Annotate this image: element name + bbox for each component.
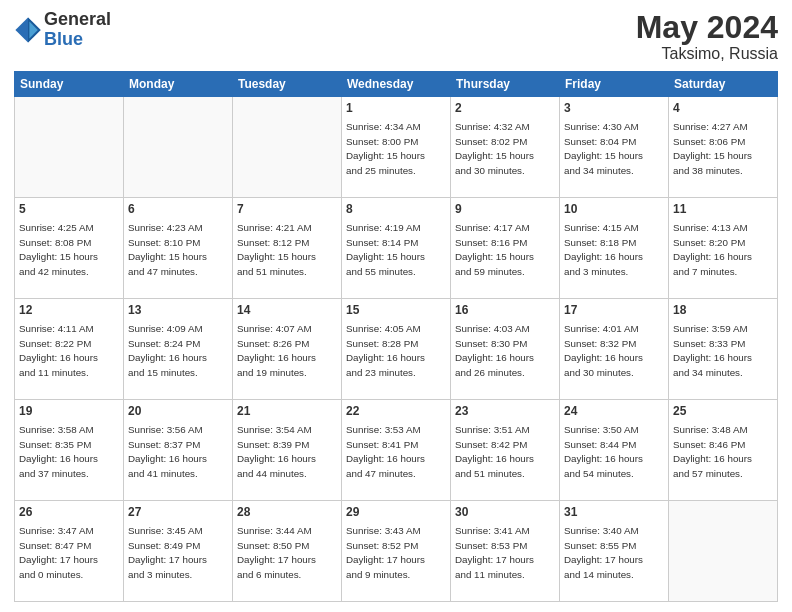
daylight-continuation: and 14 minutes. [564,569,634,580]
col-wednesday: Wednesday [342,72,451,97]
day-number: 30 [455,504,555,521]
calendar-cell: 26Sunrise: 3:47 AMSunset: 8:47 PMDayligh… [15,501,124,602]
sunset-info: Sunset: 8:33 PM [673,338,745,349]
daylight-info: Daylight: 16 hours [564,251,643,262]
sunrise-info: Sunrise: 4:17 AM [455,222,530,233]
sunset-info: Sunset: 8:55 PM [564,540,636,551]
sunrise-info: Sunrise: 4:05 AM [346,323,421,334]
sunset-info: Sunset: 8:16 PM [455,237,527,248]
sunset-info: Sunset: 8:53 PM [455,540,527,551]
daylight-continuation: and 9 minutes. [346,569,410,580]
week-row-4: 19Sunrise: 3:58 AMSunset: 8:35 PMDayligh… [15,400,778,501]
day-number: 15 [346,302,446,319]
page: General Blue May 2024 Taksimo, Russia Su… [0,0,792,612]
daylight-continuation: and 0 minutes. [19,569,83,580]
calendar-table: Sunday Monday Tuesday Wednesday Thursday… [14,71,778,602]
title-month: May 2024 [636,10,778,45]
logo: General Blue [14,10,111,50]
day-number: 6 [128,201,228,218]
daylight-info: Daylight: 16 hours [237,352,316,363]
daylight-continuation: and 34 minutes. [673,367,743,378]
daylight-continuation: and 19 minutes. [237,367,307,378]
calendar-cell: 7Sunrise: 4:21 AMSunset: 8:12 PMDaylight… [233,198,342,299]
daylight-info: Daylight: 15 hours [455,150,534,161]
daylight-continuation: and 30 minutes. [564,367,634,378]
sunset-info: Sunset: 8:46 PM [673,439,745,450]
daylight-continuation: and 59 minutes. [455,266,525,277]
calendar-cell: 14Sunrise: 4:07 AMSunset: 8:26 PMDayligh… [233,299,342,400]
day-number: 1 [346,100,446,117]
daylight-info: Daylight: 16 hours [673,251,752,262]
daylight-continuation: and 6 minutes. [237,569,301,580]
daylight-continuation: and 54 minutes. [564,468,634,479]
sunrise-info: Sunrise: 3:45 AM [128,525,203,536]
sunrise-info: Sunrise: 4:07 AM [237,323,312,334]
sunrise-info: Sunrise: 4:19 AM [346,222,421,233]
sunset-info: Sunset: 8:28 PM [346,338,418,349]
calendar-cell: 3Sunrise: 4:30 AMSunset: 8:04 PMDaylight… [560,97,669,198]
sunset-info: Sunset: 8:41 PM [346,439,418,450]
sunset-info: Sunset: 8:04 PM [564,136,636,147]
day-number: 20 [128,403,228,420]
calendar-cell: 6Sunrise: 4:23 AMSunset: 8:10 PMDaylight… [124,198,233,299]
sunset-info: Sunset: 8:18 PM [564,237,636,248]
sunrise-info: Sunrise: 4:13 AM [673,222,748,233]
sunset-info: Sunset: 8:39 PM [237,439,309,450]
sunrise-info: Sunrise: 3:50 AM [564,424,639,435]
daylight-info: Daylight: 15 hours [128,251,207,262]
calendar-cell: 1Sunrise: 4:34 AMSunset: 8:00 PMDaylight… [342,97,451,198]
sunrise-info: Sunrise: 4:21 AM [237,222,312,233]
daylight-continuation: and 51 minutes. [237,266,307,277]
col-thursday: Thursday [451,72,560,97]
calendar-cell: 22Sunrise: 3:53 AMSunset: 8:41 PMDayligh… [342,400,451,501]
sunrise-info: Sunrise: 3:47 AM [19,525,94,536]
sunrise-info: Sunrise: 3:56 AM [128,424,203,435]
col-tuesday: Tuesday [233,72,342,97]
daylight-continuation: and 11 minutes. [455,569,525,580]
logo-icon [14,16,42,44]
daylight-info: Daylight: 16 hours [673,453,752,464]
daylight-info: Daylight: 17 hours [128,554,207,565]
sunrise-info: Sunrise: 3:51 AM [455,424,530,435]
calendar-cell [669,501,778,602]
daylight-continuation: and 3 minutes. [128,569,192,580]
sunset-info: Sunset: 8:06 PM [673,136,745,147]
daylight-continuation: and 11 minutes. [19,367,89,378]
sunrise-info: Sunrise: 4:11 AM [19,323,94,334]
day-number: 4 [673,100,773,117]
col-saturday: Saturday [669,72,778,97]
sunrise-info: Sunrise: 4:09 AM [128,323,203,334]
daylight-info: Daylight: 15 hours [346,251,425,262]
daylight-info: Daylight: 15 hours [564,150,643,161]
col-friday: Friday [560,72,669,97]
daylight-info: Daylight: 17 hours [19,554,98,565]
calendar-cell: 25Sunrise: 3:48 AMSunset: 8:46 PMDayligh… [669,400,778,501]
calendar-cell: 2Sunrise: 4:32 AMSunset: 8:02 PMDaylight… [451,97,560,198]
day-number: 18 [673,302,773,319]
daylight-info: Daylight: 15 hours [346,150,425,161]
week-row-5: 26Sunrise: 3:47 AMSunset: 8:47 PMDayligh… [15,501,778,602]
calendar-cell: 27Sunrise: 3:45 AMSunset: 8:49 PMDayligh… [124,501,233,602]
day-number: 7 [237,201,337,218]
day-number: 5 [19,201,119,218]
week-row-2: 5Sunrise: 4:25 AMSunset: 8:08 PMDaylight… [15,198,778,299]
day-number: 8 [346,201,446,218]
calendar-cell [233,97,342,198]
sunset-info: Sunset: 8:32 PM [564,338,636,349]
daylight-continuation: and 47 minutes. [346,468,416,479]
daylight-continuation: and 30 minutes. [455,165,525,176]
day-number: 11 [673,201,773,218]
calendar-cell: 31Sunrise: 3:40 AMSunset: 8:55 PMDayligh… [560,501,669,602]
daylight-continuation: and 51 minutes. [455,468,525,479]
day-number: 19 [19,403,119,420]
sunrise-info: Sunrise: 3:48 AM [673,424,748,435]
calendar-cell: 13Sunrise: 4:09 AMSunset: 8:24 PMDayligh… [124,299,233,400]
sunrise-info: Sunrise: 4:03 AM [455,323,530,334]
daylight-continuation: and 55 minutes. [346,266,416,277]
sunset-info: Sunset: 8:10 PM [128,237,200,248]
day-number: 21 [237,403,337,420]
daylight-continuation: and 37 minutes. [19,468,89,479]
sunrise-info: Sunrise: 4:25 AM [19,222,94,233]
daylight-info: Daylight: 17 hours [237,554,316,565]
sunrise-info: Sunrise: 3:53 AM [346,424,421,435]
